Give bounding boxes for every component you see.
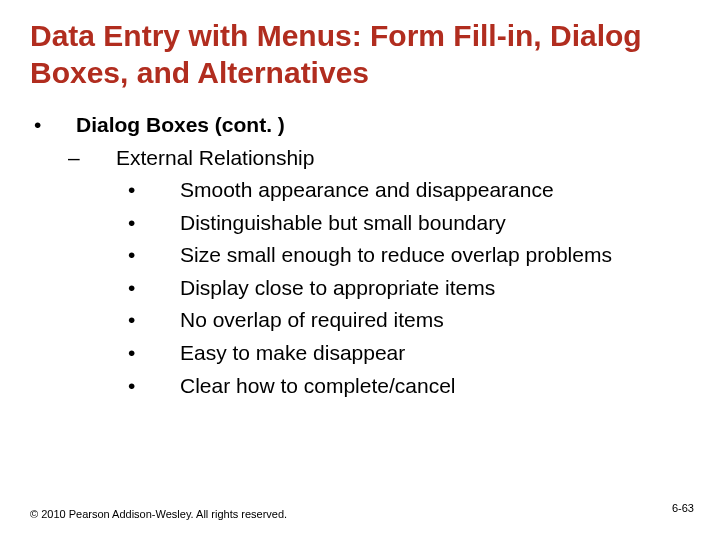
list-item-level3: • Distinguishable but small boundary <box>30 207 690 240</box>
list-item-level3: • No overlap of required items <box>30 304 690 337</box>
bullet-dot-icon: • <box>124 239 180 272</box>
bullet-dot-icon: • <box>124 304 180 337</box>
bullet-dot-icon: • <box>30 109 76 142</box>
bullet-dash-icon: – <box>66 142 116 175</box>
slide-content: • Dialog Boxes (cont. ) – External Relat… <box>0 91 720 402</box>
level3-text: No overlap of required items <box>180 304 444 337</box>
list-item-level3: • Size small enough to reduce overlap pr… <box>30 239 690 272</box>
list-item-level3: • Display close to appropriate items <box>30 272 690 305</box>
slide-title: Data Entry with Menus: Form Fill-in, Dia… <box>0 0 720 91</box>
slide: Data Entry with Menus: Form Fill-in, Dia… <box>0 0 720 540</box>
bullet-dot-icon: • <box>124 337 180 370</box>
copyright-text: © 2010 Pearson Addison-Wesley. All right… <box>30 508 287 520</box>
level3-text: Smooth appearance and disappearance <box>180 174 554 207</box>
page-number: 6-63 <box>672 502 694 514</box>
list-item-level3: • Easy to make disappear <box>30 337 690 370</box>
level3-text: Clear how to complete/cancel <box>180 370 455 403</box>
bullet-dot-icon: • <box>124 207 180 240</box>
bullet-dot-icon: • <box>124 174 180 207</box>
bullet-dot-icon: • <box>124 370 180 403</box>
level1-text: Dialog Boxes (cont. ) <box>76 109 285 142</box>
level3-text: Distinguishable but small boundary <box>180 207 506 240</box>
list-item-level3: • Smooth appearance and disappearance <box>30 174 690 207</box>
list-item-level2: – External Relationship <box>30 142 690 175</box>
level3-text: Display close to appropriate items <box>180 272 495 305</box>
list-item-level3: • Clear how to complete/cancel <box>30 370 690 403</box>
list-item-level1: • Dialog Boxes (cont. ) <box>30 109 690 142</box>
level3-text: Easy to make disappear <box>180 337 405 370</box>
level3-text: Size small enough to reduce overlap prob… <box>180 239 612 272</box>
level2-text: External Relationship <box>116 142 314 175</box>
bullet-dot-icon: • <box>124 272 180 305</box>
